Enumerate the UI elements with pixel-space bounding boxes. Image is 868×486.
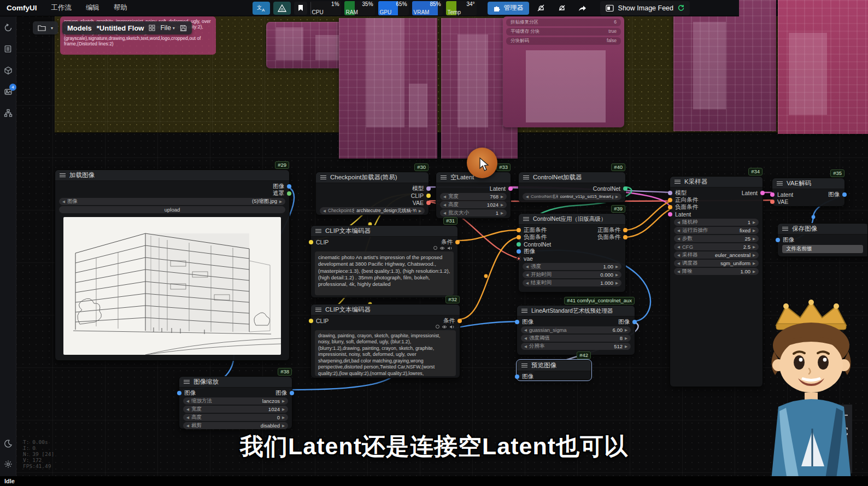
image-gallery-button[interactable]: 4	[3, 87, 13, 96]
theme-toggle-button[interactable]	[3, 439, 13, 448]
output-socket-vae[interactable]	[426, 201, 431, 205]
feed-node-widget[interactable]: 分块解码false	[506, 37, 621, 45]
widget-steps[interactable]: 步数25	[674, 235, 759, 242]
node-image-scale[interactable]: #38 图像缩放 图像图像 缩放方法lanczos 宽度1024 高度0 裁剪d…	[179, 376, 292, 429]
collapse-icon[interactable]	[782, 227, 788, 231]
widget-ckpt-name[interactable]: Checkpoint名称architecutre_design元线稿-Yuan_…	[320, 207, 425, 214]
eye-icon[interactable]	[439, 246, 445, 250]
input-socket-image[interactable]	[517, 249, 521, 254]
widget-crop[interactable]: 裁剪disabled	[183, 422, 288, 429]
widget-height[interactable]: 高度1024	[440, 201, 507, 208]
widget-strength[interactable]: 强度1.00	[523, 263, 621, 270]
settings-button[interactable]	[3, 459, 13, 469]
menu-edit[interactable]: 编辑	[86, 3, 99, 13]
collapse-icon[interactable]	[315, 308, 321, 312]
input-socket-negative[interactable]	[668, 205, 672, 209]
widget-batch-size[interactable]: 批次大小1	[440, 209, 507, 216]
node-header[interactable]: LineArtStandard艺术线预处理器	[517, 306, 635, 317]
model-library-button[interactable]	[3, 66, 13, 75]
widget-sampler-name[interactable]: 采样器euler_ancestral	[674, 251, 759, 259]
eye-icon[interactable]	[442, 325, 447, 329]
bell-mute-button-2[interactable]	[553, 2, 571, 15]
input-socket-image[interactable]	[776, 238, 780, 242]
node-header[interactable]: ControlNet应用（旧版高级）	[519, 214, 625, 225]
input-socket-latent[interactable]	[668, 212, 672, 216]
output-socket-image[interactable]	[632, 320, 637, 324]
node-checkpoint-loader[interactable]: #30 Checkpoint加载器(简易) 模型 CLIP VAE Checkp…	[315, 172, 429, 215]
menu-workflow[interactable]: 工作流	[51, 3, 72, 13]
widget-end-percent[interactable]: 结束时间1.000	[523, 279, 621, 286]
widget-width[interactable]: 宽度768	[440, 193, 507, 200]
workflows-button[interactable]	[3, 108, 13, 118]
collapse-icon[interactable]	[675, 180, 681, 184]
input-socket-negative[interactable]	[517, 235, 521, 239]
bell-mute-button-1[interactable]	[532, 2, 550, 15]
logo-triangle-button[interactable]	[273, 2, 291, 15]
output-socket-clip[interactable]	[426, 194, 431, 198]
collapse-icon[interactable]	[315, 229, 321, 233]
output-socket-latent[interactable]	[760, 191, 765, 195]
output-socket-mask[interactable]	[287, 191, 291, 196]
widget-height[interactable]: 高度0	[183, 414, 288, 421]
output-socket-negative[interactable]	[623, 235, 627, 239]
input-socket-vae[interactable]	[770, 200, 775, 204]
collapse-icon[interactable]	[777, 181, 783, 185]
input-socket-image[interactable]	[515, 374, 519, 379]
input-socket-clip[interactable]	[309, 319, 313, 323]
output-socket-conditioning[interactable]	[455, 240, 460, 244]
input-socket-vae[interactable]	[517, 256, 521, 261]
collapse-icon[interactable]	[521, 309, 527, 313]
widget-width[interactable]: 宽度1024	[183, 406, 288, 413]
input-socket-image[interactable]	[515, 320, 519, 324]
node-header[interactable]: 预览图像	[517, 360, 591, 371]
node-header[interactable]: 加载图像	[55, 170, 289, 181]
output-socket-image[interactable]	[842, 192, 847, 197]
collapse-icon[interactable]	[320, 175, 326, 179]
manager-button[interactable]: 管理器	[488, 2, 529, 15]
node-header[interactable]: K采样器	[670, 177, 763, 188]
node-preview-image[interactable]: #42 预览图像 图像	[517, 360, 591, 380]
show-image-feed-button[interactable]: Show Image Feed	[600, 1, 690, 15]
positive-prompt-textarea[interactable]: cinematic photo An artist's impression o…	[315, 251, 454, 295]
widget-upscale-method[interactable]: 缩放方法lanczos	[183, 397, 288, 405]
negative-prompt-textarea[interactable]: drawing, painting, crayon, sketch, graph…	[315, 330, 456, 376]
widget-control-after-generate[interactable]: 运行后操作fixed	[674, 227, 759, 234]
node-clip-text-encode-negative[interactable]: #32 CLIP文本编码器 CLIP条件 drawing, painting, …	[310, 304, 460, 378]
widget-scheduler[interactable]: 调度器sgm_uniform	[674, 260, 759, 267]
file-menu[interactable]: File▾	[160, 24, 174, 32]
toggle-icon[interactable]	[436, 325, 439, 329]
collapse-icon[interactable]	[521, 364, 527, 367]
output-socket-latent[interactable]	[508, 186, 513, 191]
widget-denoise[interactable]: 降噪1.00	[674, 268, 759, 275]
feed-image-card[interactable]	[778, 0, 868, 134]
feed-node-card[interactable]: 拼贴修复分区6 平铺缓存 分块true 分块解码false	[503, 16, 624, 127]
feed-image-card[interactable]	[673, 0, 776, 131]
widget-resolution[interactable]: 分辨率512	[521, 343, 631, 350]
output-socket-image[interactable]	[290, 391, 294, 395]
widget-cfg[interactable]: CFG2.5	[674, 243, 759, 250]
save-icon[interactable]	[180, 25, 187, 32]
output-socket-conditioning[interactable]	[458, 319, 462, 323]
output-socket-image[interactable]	[287, 184, 291, 189]
input-socket-model[interactable]	[668, 191, 672, 195]
node-load-image[interactable]: #29 加载图像 图像 遮罩 图像(5)缩图.jpg upload	[55, 169, 290, 361]
node-controlnet-apply[interactable]: #39 ControlNet应用（旧版高级） 正面条件正面条件 负面条件负面条件…	[518, 213, 626, 292]
app-logo[interactable]: ComfyUI	[7, 4, 37, 12]
node-header[interactable]: VAE解码	[772, 178, 844, 189]
speaker-icon[interactable]	[447, 246, 453, 250]
widget-intensity-threshold[interactable]: 强度阈值8	[521, 335, 631, 342]
input-socket-clip[interactable]	[309, 240, 313, 244]
feed-image-card[interactable]	[339, 18, 437, 159]
history-button[interactable]	[3, 23, 13, 32]
input-socket-positive[interactable]	[517, 228, 521, 232]
node-header[interactable]: CLIP文本编码器	[311, 305, 460, 315]
node-empty-latent[interactable]: #33 空Latent Latent 宽度768 高度1024 批次大小1	[436, 172, 511, 219]
translate-button[interactable]: 文A	[253, 2, 270, 15]
toggle-icon[interactable]	[433, 246, 437, 250]
upload-button[interactable]: upload	[59, 206, 285, 213]
node-header[interactable]: Checkpoint加载器(简易)	[316, 172, 429, 183]
share-button[interactable]	[574, 2, 591, 15]
input-socket-latent[interactable]	[770, 192, 775, 197]
workflow-title[interactable]: *Untitled Flow	[97, 24, 144, 32]
workflow-folder-menu[interactable]: ▾	[33, 21, 58, 34]
